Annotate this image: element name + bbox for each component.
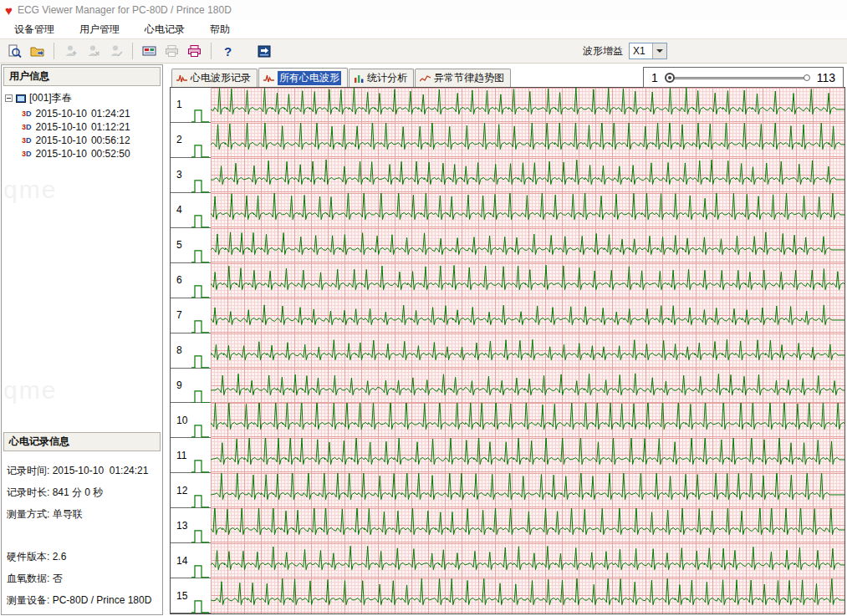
record-time: 01:24:21 <box>91 108 130 120</box>
ecg-row-label: 1 <box>171 88 211 123</box>
tree-collapse-icon[interactable] <box>5 94 13 102</box>
toolbar: ? 波形增益 X1 <box>0 38 847 64</box>
dropdown-arrow-icon[interactable] <box>652 43 666 59</box>
ecg-row-number: 8 <box>176 344 190 356</box>
ecg-waveform-strip[interactable] <box>211 263 844 298</box>
folder-export-icon <box>30 44 44 58</box>
ecg-waveform-strip[interactable] <box>211 508 844 543</box>
ecg-row-number: 15 <box>176 590 190 602</box>
tree-root-node[interactable]: [001]李春 <box>3 90 161 107</box>
ecg-row-number: 5 <box>176 239 190 251</box>
toolbar-separator <box>54 43 54 59</box>
tree-record-item[interactable]: 3D 2015-10-10 00:56:12 <box>22 134 161 147</box>
toolbar-separator <box>211 43 212 59</box>
record-time: 01:12:21 <box>91 121 130 133</box>
user-delete-button[interactable] <box>83 41 104 61</box>
data-transfer-icon <box>258 45 271 58</box>
ecg-waveform-strip[interactable] <box>211 123 844 158</box>
sidebar: 用户信息 [001]李春 3D 2015-10-10 01:24:21 3D 2… <box>1 64 163 615</box>
menu-user-management[interactable]: 用户管理 <box>67 21 132 38</box>
ecg-waveform-strip[interactable] <box>211 88 844 123</box>
calibration-pulse-icon <box>191 194 210 228</box>
watermark: qme <box>3 376 57 405</box>
menu-ecg-records[interactable]: 心电记录 <box>132 21 197 38</box>
tab-label: 异常节律趋势图 <box>434 71 504 85</box>
ecg-rows-container: 123456789101112131415 <box>171 88 844 613</box>
tab-label: 心电波形记录 <box>191 71 251 85</box>
ecg-row-number: 10 <box>176 415 190 426</box>
ecg-strip-row: 9 <box>171 369 844 404</box>
print-preview-button[interactable] <box>184 41 205 61</box>
search-document-icon <box>8 44 22 59</box>
record-time: 00:56:12 <box>91 135 130 146</box>
ecg-waveform-strip[interactable] <box>211 473 844 508</box>
tree-record-item[interactable]: 3D 2015-10-10 01:12:21 <box>22 120 161 134</box>
gain-group: 波形增益 X1 <box>583 43 667 59</box>
calibration-pulse-icon <box>191 439 210 473</box>
window-title: ECG Viewer Manager for PC-80D / Prince 1… <box>18 4 232 16</box>
menu-help[interactable]: 帮助 <box>197 21 242 38</box>
ecg-waveform-strip[interactable] <box>211 228 844 263</box>
ecg-row-number: 9 <box>176 379 190 391</box>
ecg-row-number: 12 <box>176 485 190 496</box>
user-edit-icon <box>110 44 123 58</box>
ecg-strip-row: 15 <box>171 578 844 613</box>
ecg-row-label: 10 <box>171 403 211 438</box>
ecg-waveform-strip[interactable] <box>211 543 844 578</box>
ecg-waveform-strip[interactable] <box>211 298 844 333</box>
user-add-icon <box>64 44 78 58</box>
page-slider[interactable] <box>665 74 810 81</box>
bar-chart-icon <box>354 74 364 83</box>
export-folder-button[interactable] <box>27 41 48 61</box>
ecg-waveform-strip[interactable] <box>211 578 844 613</box>
ecg-waveform-strip[interactable] <box>211 193 844 228</box>
ecg-row-number: 1 <box>176 99 190 110</box>
ecg-waveform-strip[interactable] <box>211 403 844 438</box>
tab-all-ecg-waveforms[interactable]: 所有心电波形 <box>258 68 348 87</box>
record-3d-icon: 3D <box>22 150 32 158</box>
page-slider-box: 1 113 <box>643 67 844 88</box>
ecg-row-number: 13 <box>176 520 190 532</box>
help-button[interactable]: ? <box>217 41 238 61</box>
ecg-row-label: 3 <box>171 158 211 193</box>
waveform-panel: 心电波形记录 所有心电波形 统计分析 异常节律趋势图 1 <box>163 64 847 616</box>
ecg-strip-row: 1 <box>171 88 844 123</box>
ecg-waveform-strip[interactable] <box>211 333 844 369</box>
calibration-pulse-icon <box>191 229 210 263</box>
record-info-device: 测量设备: PC-80D / Prince 180D <box>7 589 157 611</box>
tab-bar: 心电波形记录 所有心电波形 统计分析 异常节律趋势图 1 <box>170 65 845 87</box>
app-heart-icon: ♥ <box>5 4 13 17</box>
ecg-waveform-strip[interactable] <box>211 158 844 193</box>
print-button[interactable] <box>161 41 182 61</box>
ecg-strip-row: 6 <box>171 263 844 298</box>
record-3d-icon: 3D <box>22 123 32 131</box>
tab-ecg-waveform-records[interactable]: 心电波形记录 <box>171 69 258 87</box>
user-add-button[interactable] <box>60 41 81 61</box>
tree-record-item[interactable]: 3D 2015-10-10 01:24:21 <box>22 107 161 120</box>
gain-select[interactable]: X1 <box>629 43 667 59</box>
ecg-strip-row: 11 <box>171 438 844 473</box>
query-record-button[interactable] <box>4 41 25 61</box>
user-edit-button[interactable] <box>105 41 126 61</box>
record-info-panel: 记录时间: 2015-10-10 01:24:21 记录时长: 841 分 0 … <box>2 453 162 614</box>
window-titlebar: ♥ ECG Viewer Manager for PC-80D / Prince… <box>0 0 847 20</box>
help-icon: ? <box>224 44 232 59</box>
tree-children: 3D 2015-10-10 01:24:21 3D 2015-10-10 01:… <box>3 107 161 160</box>
record-3d-icon: 3D <box>22 136 32 145</box>
ecg-waveform-strip[interactable] <box>211 438 844 473</box>
record-device-button[interactable] <box>139 41 160 61</box>
user-delete-icon <box>87 44 100 58</box>
tab-statistical-analysis[interactable]: 统计分析 <box>349 69 414 87</box>
ecg-waveform-strip[interactable] <box>211 369 844 404</box>
calibration-pulse-icon <box>191 579 210 613</box>
tab-abnormal-rhythm-trend[interactable]: 异常节律趋势图 <box>415 69 511 87</box>
menu-device-management[interactable]: 设备管理 <box>2 21 67 38</box>
ecg-strip-row: 3 <box>171 158 844 193</box>
user-info-panel-header: 用户信息 <box>3 67 161 86</box>
tree-record-item[interactable]: 3D 2015-10-10 00:52:50 <box>22 147 161 160</box>
slider-thumb[interactable] <box>665 73 675 83</box>
slider-groove[interactable] <box>668 77 807 79</box>
data-transfer-button[interactable] <box>253 41 274 61</box>
calibration-pulse-icon <box>191 124 210 158</box>
ecg-strip-row: 12 <box>171 473 844 508</box>
